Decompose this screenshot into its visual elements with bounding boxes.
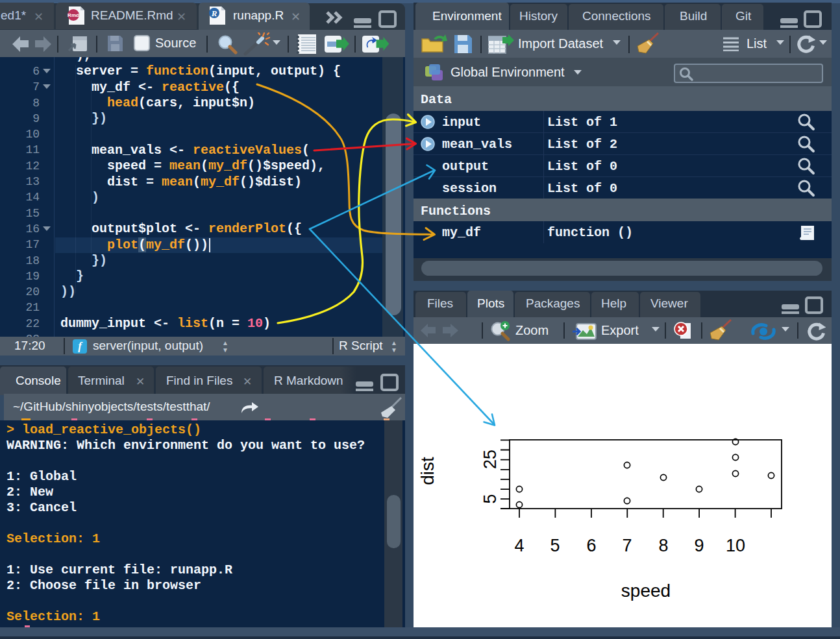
svg-text:10: 10 (726, 536, 745, 555)
svg-text:4: 4 (514, 536, 524, 555)
svg-text:8: 8 (658, 536, 668, 555)
svg-text:speed: speed (621, 581, 671, 601)
svg-text:5: 5 (550, 536, 560, 555)
svg-text:25: 25 (480, 450, 500, 469)
svg-text:6: 6 (586, 536, 596, 555)
svg-text:7: 7 (622, 536, 632, 555)
svg-text:dist: dist (417, 457, 438, 485)
svg-text:5: 5 (480, 494, 500, 503)
svg-text:9: 9 (694, 536, 704, 555)
